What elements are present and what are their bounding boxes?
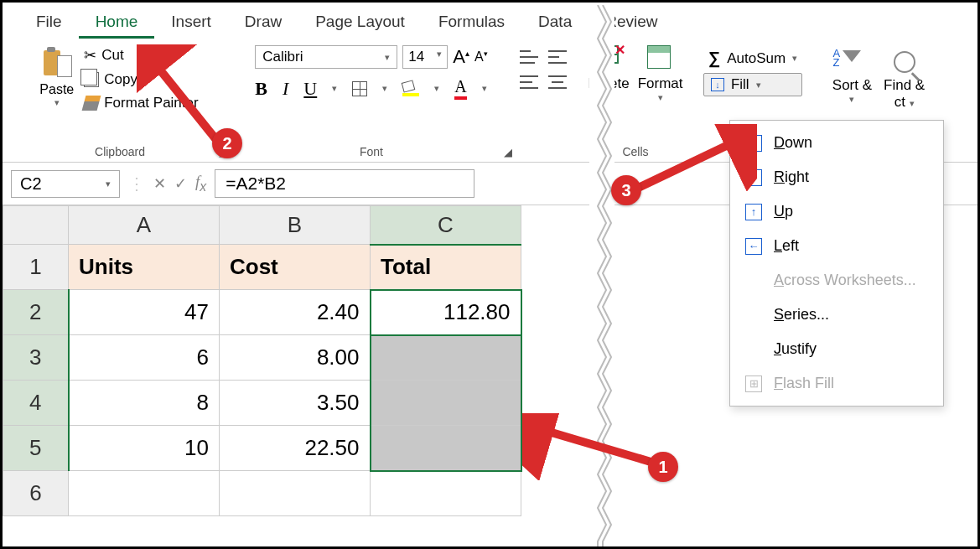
ribbon-tabs: File Home Insert Draw Page Layout Formul… xyxy=(3,3,977,39)
image-cut-separator xyxy=(589,5,614,549)
row-header-3[interactable]: 3 xyxy=(3,335,69,381)
col-header-b[interactable]: B xyxy=(220,206,371,245)
font-size-select[interactable]: 14 ▾ xyxy=(402,45,448,69)
chevron-down-icon[interactable]: ▾ xyxy=(332,83,337,94)
cell-c1[interactable]: Total xyxy=(371,245,521,290)
align-center-button[interactable] xyxy=(548,75,567,89)
chevron-down-icon: ▾ xyxy=(437,49,442,65)
align-left-button[interactable] xyxy=(520,75,538,89)
name-box[interactable]: C2 ▾ xyxy=(11,170,120,198)
fill-button[interactable]: ↓ Fill ▾ xyxy=(703,73,802,96)
format-painter-button[interactable]: Format Painter xyxy=(80,94,201,112)
copy-icon xyxy=(84,72,99,87)
tab-home[interactable]: Home xyxy=(79,8,155,39)
fill-flash-fill-item: ⊞ Flash Fill xyxy=(730,366,943,401)
font-color-button[interactable]: A xyxy=(454,77,466,100)
cancel-formula-button[interactable]: ✕ xyxy=(153,174,166,193)
enter-formula-button[interactable]: ✓ xyxy=(174,174,187,193)
formula-value: =A2*B2 xyxy=(226,174,286,193)
cell-a3[interactable]: 6 xyxy=(69,335,220,381)
format-painter-label: Format Painter xyxy=(104,95,198,111)
cell-c3[interactable] xyxy=(371,335,521,381)
arrow-up-icon: ↑ xyxy=(745,204,762,220)
sort-filter-icon: AZ xyxy=(843,47,861,77)
cell-a5[interactable]: 10 xyxy=(69,426,220,471)
italic-button[interactable]: I xyxy=(283,78,288,100)
cell-b3[interactable]: 8.00 xyxy=(220,335,371,381)
autosum-button[interactable]: ∑ AutoSum ▾ xyxy=(703,47,802,70)
arrow-left-icon: ← xyxy=(745,238,762,255)
sort-filter-button[interactable]: AZ Sort & ▾ xyxy=(832,47,872,111)
cell-c2[interactable]: 112.80 xyxy=(371,290,521,335)
align-middle-button[interactable] xyxy=(548,50,567,64)
col-header-a[interactable]: A xyxy=(69,206,220,245)
font-name-select[interactable]: Calibri ▾ xyxy=(255,45,397,69)
underline-button[interactable]: U xyxy=(303,78,317,100)
cell-a4[interactable]: 8 xyxy=(69,381,220,426)
cell-c6[interactable] xyxy=(371,471,521,516)
select-all-corner[interactable] xyxy=(3,206,69,245)
row-header-1[interactable]: 1 xyxy=(3,245,69,290)
tab-data[interactable]: Data xyxy=(521,8,589,39)
tab-page-layout[interactable]: Page Layout xyxy=(298,8,422,39)
cell-a2[interactable]: 47 xyxy=(69,290,220,335)
insert-function-button[interactable]: fx xyxy=(195,173,206,194)
increase-font-size-button[interactable]: A▴ xyxy=(453,46,469,68)
sigma-icon: ∑ xyxy=(708,49,720,68)
dialog-launcher-font[interactable]: ◢ xyxy=(504,146,512,158)
cell-c4[interactable] xyxy=(371,381,521,426)
cell-b5[interactable]: 22.50 xyxy=(220,426,371,471)
annotation-badge-2: 2 xyxy=(212,128,242,158)
sort-filter-label: Sort & xyxy=(832,77,872,94)
bucket-icon xyxy=(402,80,416,92)
fill-up-item[interactable]: ↑ Up xyxy=(730,194,943,229)
format-button[interactable]: Format ▾ xyxy=(638,45,683,103)
search-icon xyxy=(894,47,915,77)
row-header-5[interactable]: 5 xyxy=(3,426,69,471)
cell-b6[interactable] xyxy=(220,471,371,516)
cell-c5[interactable] xyxy=(371,426,521,471)
cell-b4[interactable]: 3.50 xyxy=(220,381,371,426)
row-header-6[interactable]: 6 xyxy=(3,471,69,516)
paste-button[interactable]: Paste ▾ xyxy=(38,45,75,112)
chevron-down-icon: ▾ xyxy=(106,179,111,189)
font-name-value: Calibri xyxy=(262,49,303,65)
find-select-button[interactable]: Find & ct ▾ xyxy=(884,47,925,111)
group-clipboard: Paste ▾ ✂ Cut Copy ▾ Format Painter xyxy=(11,45,229,162)
fill-down-icon: ↓ xyxy=(711,78,724,91)
align-top-button[interactable] xyxy=(520,50,538,64)
format-icon xyxy=(647,45,674,72)
fill-left-item[interactable]: ← Left xyxy=(730,229,943,263)
fill-down-item[interactable]: ↓ Down xyxy=(730,126,943,160)
cell-b1[interactable]: Cost xyxy=(220,245,371,290)
fill-color-button[interactable] xyxy=(402,81,419,96)
chevron-down-icon[interactable]: ▾ xyxy=(382,83,387,94)
formula-input[interactable]: =A2*B2 xyxy=(215,169,474,198)
chevron-down-icon[interactable]: ▾ xyxy=(434,83,439,94)
cut-button[interactable]: ✂ Cut xyxy=(80,45,201,65)
bold-button[interactable]: B xyxy=(255,78,267,100)
borders-button[interactable] xyxy=(352,81,367,96)
fill-right-item[interactable]: → Right xyxy=(730,160,943,194)
annotation-badge-1: 1 xyxy=(648,452,678,482)
cell-a6[interactable] xyxy=(69,471,220,516)
fill-across-worksheets-item: Across Worksheets... xyxy=(730,263,943,298)
tab-draw[interactable]: Draw xyxy=(228,8,298,39)
cell-a1[interactable]: Units xyxy=(69,245,220,290)
fill-series-item[interactable]: Series... xyxy=(730,298,943,332)
tab-insert[interactable]: Insert xyxy=(154,8,228,39)
row-header-2[interactable]: 2 xyxy=(3,290,69,335)
tab-formulas[interactable]: Formulas xyxy=(422,8,521,39)
cell-b2[interactable]: 2.40 xyxy=(220,290,371,335)
cut-label: Cut xyxy=(101,47,123,64)
fill-label: Fill xyxy=(731,76,749,93)
chevron-down-icon[interactable]: ▾ xyxy=(482,83,487,94)
fill-justify-item[interactable]: Justify xyxy=(730,332,943,366)
tab-file[interactable]: File xyxy=(19,8,79,39)
chevron-down-icon: ▾ xyxy=(756,80,761,91)
copy-button[interactable]: Copy ▾ xyxy=(80,70,201,89)
col-header-c[interactable]: C xyxy=(371,206,521,245)
decrease-font-size-button[interactable]: A▾ xyxy=(474,49,488,65)
chevron-down-icon: ▾ xyxy=(849,94,854,105)
row-header-4[interactable]: 4 xyxy=(3,381,69,426)
